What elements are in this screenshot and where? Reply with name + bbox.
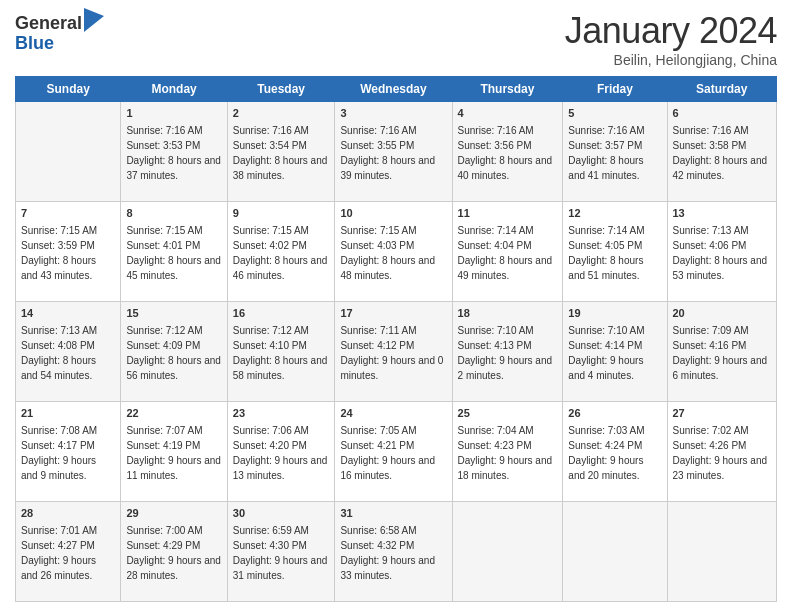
calendar-cell <box>16 102 121 202</box>
day-number: 10 <box>340 206 446 221</box>
sunrise-text: Sunrise: 7:14 AM <box>568 225 644 236</box>
col-tuesday: Tuesday <box>227 77 335 102</box>
sunset-text: Sunset: 4:27 PM <box>21 540 95 551</box>
sunset-text: Sunset: 4:26 PM <box>673 440 747 451</box>
sunset-text: Sunset: 4:23 PM <box>458 440 532 451</box>
logo: General Blue <box>15 14 104 54</box>
sunrise-text: Sunrise: 7:10 AM <box>568 325 644 336</box>
sunrise-text: Sunrise: 7:16 AM <box>568 125 644 136</box>
day-number: 26 <box>568 406 661 421</box>
sunset-text: Sunset: 4:09 PM <box>126 340 200 351</box>
day-number: 27 <box>673 406 772 421</box>
daylight-text: Daylight: 8 hours and 40 minutes. <box>458 155 553 181</box>
sunrise-text: Sunrise: 7:13 AM <box>21 325 97 336</box>
sunrise-text: Sunrise: 7:16 AM <box>458 125 534 136</box>
logo-icon <box>84 8 104 32</box>
sunrise-text: Sunrise: 7:15 AM <box>233 225 309 236</box>
calendar-table: Sunday Monday Tuesday Wednesday Thursday… <box>15 76 777 602</box>
daylight-text: Daylight: 8 hours and 51 minutes. <box>568 255 643 281</box>
calendar-cell <box>667 502 777 602</box>
daylight-text: Daylight: 9 hours and 9 minutes. <box>21 455 96 481</box>
daylight-text: Daylight: 8 hours and 43 minutes. <box>21 255 96 281</box>
calendar-cell: 2Sunrise: 7:16 AMSunset: 3:54 PMDaylight… <box>227 102 335 202</box>
header-row: Sunday Monday Tuesday Wednesday Thursday… <box>16 77 777 102</box>
daylight-text: Daylight: 9 hours and 18 minutes. <box>458 455 553 481</box>
sunrise-text: Sunrise: 7:01 AM <box>21 525 97 536</box>
calendar-cell: 28Sunrise: 7:01 AMSunset: 4:27 PMDayligh… <box>16 502 121 602</box>
sunset-text: Sunset: 4:01 PM <box>126 240 200 251</box>
sunset-text: Sunset: 4:16 PM <box>673 340 747 351</box>
calendar-cell: 21Sunrise: 7:08 AMSunset: 4:17 PMDayligh… <box>16 402 121 502</box>
col-saturday: Saturday <box>667 77 777 102</box>
sunset-text: Sunset: 3:55 PM <box>340 140 414 151</box>
calendar-cell <box>563 502 667 602</box>
calendar-cell: 13Sunrise: 7:13 AMSunset: 4:06 PMDayligh… <box>667 202 777 302</box>
sunrise-text: Sunrise: 7:16 AM <box>233 125 309 136</box>
calendar-cell: 8Sunrise: 7:15 AMSunset: 4:01 PMDaylight… <box>121 202 227 302</box>
sunset-text: Sunset: 4:19 PM <box>126 440 200 451</box>
subtitle: Beilin, Heilongjiang, China <box>565 52 777 68</box>
daylight-text: Daylight: 8 hours and 38 minutes. <box>233 155 328 181</box>
sunset-text: Sunset: 4:17 PM <box>21 440 95 451</box>
daylight-text: Daylight: 9 hours and 28 minutes. <box>126 555 221 581</box>
sunrise-text: Sunrise: 7:02 AM <box>673 425 749 436</box>
daylight-text: Daylight: 8 hours and 42 minutes. <box>673 155 768 181</box>
calendar-cell: 6Sunrise: 7:16 AMSunset: 3:58 PMDaylight… <box>667 102 777 202</box>
calendar-cell: 20Sunrise: 7:09 AMSunset: 4:16 PMDayligh… <box>667 302 777 402</box>
sunrise-text: Sunrise: 7:11 AM <box>340 325 416 336</box>
calendar-week-2: 7Sunrise: 7:15 AMSunset: 3:59 PMDaylight… <box>16 202 777 302</box>
day-number: 13 <box>673 206 772 221</box>
day-number: 4 <box>458 106 558 121</box>
calendar-cell: 16Sunrise: 7:12 AMSunset: 4:10 PMDayligh… <box>227 302 335 402</box>
main-title: January 2024 <box>565 10 777 52</box>
day-number: 31 <box>340 506 446 521</box>
calendar-week-4: 21Sunrise: 7:08 AMSunset: 4:17 PMDayligh… <box>16 402 777 502</box>
daylight-text: Daylight: 8 hours and 53 minutes. <box>673 255 768 281</box>
sunset-text: Sunset: 4:30 PM <box>233 540 307 551</box>
logo-text: General Blue <box>15 14 104 54</box>
sunrise-text: Sunrise: 7:16 AM <box>340 125 416 136</box>
sunrise-text: Sunrise: 7:15 AM <box>340 225 416 236</box>
sunset-text: Sunset: 4:13 PM <box>458 340 532 351</box>
sunset-text: Sunset: 3:59 PM <box>21 240 95 251</box>
calendar-cell: 7Sunrise: 7:15 AMSunset: 3:59 PMDaylight… <box>16 202 121 302</box>
col-sunday: Sunday <box>16 77 121 102</box>
sunset-text: Sunset: 3:57 PM <box>568 140 642 151</box>
logo-general: General <box>15 14 82 34</box>
col-friday: Friday <box>563 77 667 102</box>
sunset-text: Sunset: 4:05 PM <box>568 240 642 251</box>
daylight-text: Daylight: 9 hours and 11 minutes. <box>126 455 221 481</box>
sunrise-text: Sunrise: 7:00 AM <box>126 525 202 536</box>
daylight-text: Daylight: 9 hours and 16 minutes. <box>340 455 435 481</box>
calendar-cell: 29Sunrise: 7:00 AMSunset: 4:29 PMDayligh… <box>121 502 227 602</box>
daylight-text: Daylight: 8 hours and 39 minutes. <box>340 155 435 181</box>
col-wednesday: Wednesday <box>335 77 452 102</box>
daylight-text: Daylight: 9 hours and 26 minutes. <box>21 555 96 581</box>
daylight-text: Daylight: 8 hours and 56 minutes. <box>126 355 221 381</box>
col-thursday: Thursday <box>452 77 563 102</box>
sunset-text: Sunset: 3:54 PM <box>233 140 307 151</box>
calendar-cell: 9Sunrise: 7:15 AMSunset: 4:02 PMDaylight… <box>227 202 335 302</box>
calendar-cell: 27Sunrise: 7:02 AMSunset: 4:26 PMDayligh… <box>667 402 777 502</box>
sunrise-text: Sunrise: 6:58 AM <box>340 525 416 536</box>
day-number: 9 <box>233 206 330 221</box>
daylight-text: Daylight: 8 hours and 37 minutes. <box>126 155 221 181</box>
daylight-text: Daylight: 8 hours and 54 minutes. <box>21 355 96 381</box>
day-number: 6 <box>673 106 772 121</box>
logo-blue: Blue <box>15 34 104 54</box>
sunset-text: Sunset: 4:14 PM <box>568 340 642 351</box>
day-number: 11 <box>458 206 558 221</box>
col-monday: Monday <box>121 77 227 102</box>
sunrise-text: Sunrise: 6:59 AM <box>233 525 309 536</box>
sunset-text: Sunset: 3:58 PM <box>673 140 747 151</box>
sunset-text: Sunset: 4:02 PM <box>233 240 307 251</box>
daylight-text: Daylight: 9 hours and 33 minutes. <box>340 555 435 581</box>
day-number: 15 <box>126 306 221 321</box>
sunrise-text: Sunrise: 7:12 AM <box>126 325 202 336</box>
day-number: 21 <box>21 406 115 421</box>
day-number: 19 <box>568 306 661 321</box>
day-number: 16 <box>233 306 330 321</box>
day-number: 1 <box>126 106 221 121</box>
calendar-cell: 23Sunrise: 7:06 AMSunset: 4:20 PMDayligh… <box>227 402 335 502</box>
sunrise-text: Sunrise: 7:13 AM <box>673 225 749 236</box>
